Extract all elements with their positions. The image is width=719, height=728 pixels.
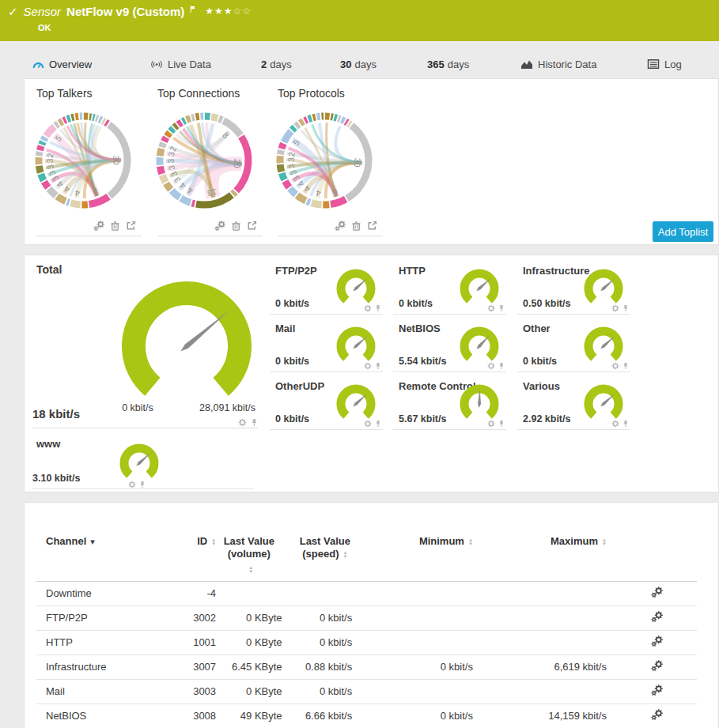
- channel-table-panel: Channel▾ID▲▼Last Value(volume)▲▼Last Val…: [24, 502, 719, 728]
- settings-icon[interactable]: [93, 220, 105, 232]
- cell-channel: HTTP: [36, 630, 173, 654]
- gauge-actions: [128, 481, 146, 488]
- header-label: Channel: [46, 535, 86, 547]
- header-label: (volume): [228, 548, 271, 560]
- gauge-actions: [611, 362, 630, 370]
- sort-icon[interactable]: ▲▼: [343, 551, 348, 559]
- gear-icon[interactable]: [611, 420, 619, 428]
- pin-icon[interactable]: [374, 362, 382, 370]
- cell-channel: NetBIOS: [36, 703, 173, 728]
- column-header-channel[interactable]: Channel▾: [36, 529, 173, 581]
- open-external-icon[interactable]: [366, 220, 378, 232]
- gear-icon[interactable]: [487, 420, 495, 428]
- settings-icon[interactable]: [335, 220, 346, 232]
- toplist-top-connections: Top Connections8201344333332: [157, 79, 263, 241]
- sort-icon[interactable]: ▲▼: [211, 538, 216, 546]
- column-header-minimum[interactable]: Minimum▲▼: [352, 529, 473, 581]
- toplist-title: Top Protocols: [278, 87, 345, 100]
- cell-speed: 0 kbit/s: [282, 679, 353, 703]
- edit-channel-icon[interactable]: [651, 708, 664, 721]
- toplist-top-talkers: Top Talkers308444333325: [36, 79, 142, 241]
- edit-channel-icon[interactable]: [651, 610, 664, 623]
- settings-icon[interactable]: [214, 220, 226, 232]
- gauge-title: OtherUDP: [275, 380, 324, 392]
- sort-icon[interactable]: ▲▼: [602, 538, 607, 546]
- cell-channel: Infrastructure: [36, 654, 173, 679]
- gauge-actions: [487, 420, 505, 428]
- tab-label: days: [448, 58, 469, 70]
- tab-2-days[interactable]: 2days: [261, 55, 292, 73]
- gauge-actions: [611, 420, 630, 428]
- gear-icon[interactable]: [611, 362, 619, 370]
- column-header-last-value-speed-[interactable]: Last Value(speed)▲▼: [282, 529, 353, 581]
- cell-channel: FTP/P2P: [36, 605, 173, 630]
- delete-icon[interactable]: [230, 220, 242, 232]
- tab-overview[interactable]: Overview: [32, 55, 92, 73]
- divider: [517, 429, 630, 430]
- svg-text:3: 3: [45, 164, 55, 170]
- add-toplist-button[interactable]: Add Toplist: [653, 221, 713, 242]
- cell-max: [473, 630, 607, 654]
- gear-icon[interactable]: [611, 304, 619, 312]
- gear-icon[interactable]: [487, 304, 495, 312]
- priority-stars[interactable]: ★★★☆☆: [205, 4, 252, 18]
- table-row-mail: Mail30030 KByte0 kbit/s: [36, 679, 697, 703]
- pin-icon[interactable]: [498, 362, 505, 370]
- gear-icon[interactable]: [128, 481, 136, 488]
- cell-id: 3003: [173, 679, 216, 703]
- pin-icon[interactable]: [374, 420, 382, 428]
- chord-diagram: 306444333325: [274, 111, 374, 210]
- svg-text:3: 3: [286, 163, 297, 169]
- gear-icon[interactable]: [487, 362, 495, 370]
- gauge-cell-http: HTTP0 kbit/s: [399, 265, 512, 315]
- tab-live-data[interactable]: Live Data: [150, 55, 211, 73]
- edit-channel-icon[interactable]: [651, 635, 664, 647]
- edit-channel-icon[interactable]: [651, 659, 664, 672]
- cell-speed: 0.88 kbit/s: [282, 654, 353, 679]
- pin-icon[interactable]: [622, 420, 630, 428]
- sort-icon[interactable]: ▲▼: [248, 566, 253, 574]
- tab-log[interactable]: Log: [647, 55, 682, 73]
- column-header-id[interactable]: ID▲▼: [173, 529, 216, 581]
- pin-icon[interactable]: [498, 420, 505, 428]
- gear-icon[interactable]: [364, 304, 372, 312]
- gear-icon[interactable]: [238, 418, 247, 427]
- svg-text:3: 3: [286, 157, 296, 162]
- pin-icon[interactable]: [138, 481, 146, 488]
- divider: [393, 429, 506, 430]
- column-header-last-value-volume-[interactable]: Last Value(volume)▲▼: [216, 529, 282, 581]
- gauge-cell-other: Other0 kbit/s: [523, 323, 636, 372]
- pin-icon[interactable]: [250, 418, 259, 427]
- column-header-maximum[interactable]: Maximum▲▼: [473, 529, 607, 581]
- flag-icon[interactable]: [190, 2, 196, 17]
- cell-volume: 6.45 KByte: [216, 654, 282, 679]
- delete-icon[interactable]: [350, 220, 362, 232]
- tab-label: Log: [664, 58, 682, 70]
- gauge-value: 0 kbit/s: [399, 298, 433, 309]
- chord-diagram: 308444333325: [33, 111, 133, 210]
- pin-icon[interactable]: [498, 304, 505, 312]
- gear-icon[interactable]: [364, 420, 372, 428]
- delete-icon[interactable]: [109, 220, 121, 232]
- divider: [36, 236, 142, 236]
- cell-min: [352, 679, 473, 703]
- pin-icon[interactable]: [374, 304, 382, 312]
- edit-channel-icon[interactable]: [651, 586, 664, 598]
- cell-channel: Downtime: [36, 581, 173, 605]
- gear-icon[interactable]: [364, 362, 372, 370]
- gauge-cell-ftp-p2p: FTP/P2P0 kbit/s: [275, 265, 388, 315]
- tab-label: Live Data: [168, 58, 211, 70]
- open-external-icon[interactable]: [125, 220, 137, 232]
- toplist-title: Top Talkers: [36, 87, 93, 100]
- tab-30-days[interactable]: 30days: [340, 55, 377, 73]
- gauge-title: www: [36, 438, 60, 450]
- divider: [157, 236, 263, 236]
- open-external-icon[interactable]: [246, 220, 258, 232]
- sort-icon[interactable]: ▲▼: [468, 538, 473, 546]
- cell-volume: 0 KByte: [216, 630, 282, 654]
- tab-historic-data[interactable]: Historic Data: [520, 55, 596, 73]
- tab-365-days[interactable]: 365days: [427, 55, 469, 73]
- edit-channel-icon[interactable]: [651, 684, 664, 696]
- pin-icon[interactable]: [622, 362, 630, 370]
- pin-icon[interactable]: [622, 304, 630, 312]
